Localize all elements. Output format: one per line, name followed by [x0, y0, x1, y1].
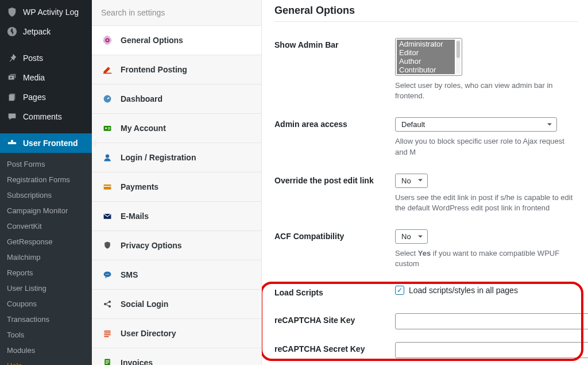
submenu-item[interactable]: Modules [0, 343, 92, 358]
admin-area-select[interactable]: Default [395, 117, 557, 132]
tab-my-account[interactable]: My Account [92, 114, 261, 143]
tab-invoices[interactable]: Invoices [92, 348, 261, 365]
menu-user-frontend[interactable]: User Frontend [0, 133, 92, 153]
field-label: reCAPTCHA Secret Key [274, 342, 385, 354]
comments-icon [7, 112, 17, 122]
submenu-item[interactable]: GetResponse [0, 234, 92, 249]
document-icon [102, 358, 113, 365]
submenu-item[interactable]: Post Forms [0, 156, 92, 172]
tab-frontend-posting[interactable]: Frontend Posting [92, 55, 261, 84]
submenu-item[interactable]: Campaign Monitor [0, 203, 92, 218]
submenu-item[interactable]: Reports [0, 265, 92, 281]
menu-jetpack[interactable]: Jetpack [0, 22, 92, 41]
menu-posts[interactable]: Posts [0, 48, 92, 68]
menu-label: Pages [23, 93, 46, 102]
id-card-icon [102, 123, 113, 133]
svg-rect-7 [103, 73, 111, 74]
menu-label: Comments [23, 112, 62, 121]
menu-wp-activity-log[interactable]: WP Activity Log [0, 2, 92, 22]
userfrontend-icon [7, 138, 17, 148]
menu-comments[interactable]: Comments [0, 107, 92, 126]
menu-label: User Frontend [23, 139, 78, 148]
submenu-item[interactable]: Registration Forms [0, 172, 92, 187]
svg-rect-11 [108, 127, 110, 128]
svg-point-13 [106, 154, 109, 157]
role-option[interactable]: Contributor [397, 66, 455, 74]
jetpack-icon [7, 26, 17, 37]
page-title: General Options [274, 5, 578, 17]
tab-dashboard[interactable]: Dashboard [92, 84, 261, 114]
svg-point-21 [104, 303, 106, 305]
tab-emails[interactable]: E-Mails [92, 202, 261, 231]
field-label: Override the post edit link [274, 174, 385, 185]
field-label: reCAPTCHA Site Key [274, 313, 385, 325]
edit-icon [102, 64, 113, 75]
scrollbar[interactable] [456, 40, 461, 74]
role-option[interactable]: Editor [397, 48, 455, 57]
svg-point-18 [106, 274, 107, 275]
register-here-link[interactable]: Register here [395, 363, 440, 366]
svg-rect-24 [104, 331, 110, 332]
submenu-item[interactable]: User Listing [0, 281, 92, 296]
tab-label: Frontend Posting [121, 65, 187, 74]
submenu-help[interactable]: Help [0, 358, 92, 365]
override-select[interactable]: No [395, 174, 428, 188]
gear-icon [102, 35, 113, 45]
pin-icon [7, 53, 17, 63]
svg-rect-26 [104, 335, 110, 336]
svg-point-23 [109, 305, 111, 308]
user-icon [102, 152, 113, 163]
tab-login-registration[interactable]: Login / Registration [92, 143, 261, 172]
field-acf-compatibility: ACF Compatibility No Select Yes if you w… [274, 229, 578, 269]
svg-point-19 [107, 274, 108, 275]
shield-outline-icon [102, 240, 113, 251]
tab-label: SMS [121, 270, 138, 279]
tab-sms[interactable]: SMS [92, 260, 261, 290]
recaptcha-secret-key-input[interactable] [395, 342, 588, 358]
tab-label: Login / Registration [121, 153, 196, 162]
field-description: Select user by roles, who can view admin… [395, 80, 578, 101]
field-show-admin-bar: Show Admin Bar Administrator Editor Auth… [274, 38, 578, 101]
submenu-item[interactable]: Tools [0, 327, 92, 343]
divider [274, 21, 578, 22]
submenu-item[interactable]: ConvertKit [0, 218, 92, 234]
svg-rect-9 [104, 126, 111, 131]
tab-general-options[interactable]: General Options [92, 26, 261, 55]
field-label: Admin area access [274, 117, 385, 129]
tab-user-directory[interactable]: User Directory [92, 319, 261, 348]
field-label: ACF Compatibility [274, 229, 385, 241]
tab-social-login[interactable]: Social Login [92, 290, 261, 319]
submenu-item[interactable]: Mailchimp [0, 249, 92, 265]
tab-label: Dashboard [121, 94, 163, 103]
checkbox-label: Load scripts/styles in all pages [409, 286, 518, 295]
tab-label: Privacy Options [121, 241, 182, 250]
menu-label: Posts [23, 53, 43, 63]
submenu-item[interactable]: Subscriptions [0, 187, 92, 203]
roles-multiselect[interactable]: Administrator Editor Author Contributor [395, 38, 462, 76]
tab-label: General Options [121, 36, 183, 45]
menu-pages[interactable]: Pages [0, 87, 92, 107]
tab-payments[interactable]: Payments [92, 172, 261, 202]
settings-sidebar: Search in settings General Options Front… [92, 0, 262, 365]
field-recaptcha-secret-key: reCAPTCHA Secret Key Register here to ge… [274, 342, 578, 366]
svg-rect-6 [11, 140, 13, 143]
acf-select[interactable]: No [395, 229, 428, 244]
field-description: Allow you to block specific user role to… [395, 136, 578, 157]
submenu-item[interactable]: Transactions [0, 312, 92, 327]
svg-rect-30 [106, 362, 109, 362]
tab-privacy-options[interactable]: Privacy Options [92, 231, 261, 260]
field-recaptcha-site-key: reCAPTCHA Site Key [274, 313, 578, 329]
field-label: Load Scripts [274, 286, 385, 297]
recaptcha-site-key-input[interactable] [395, 313, 588, 329]
role-option[interactable]: Author [397, 57, 455, 66]
svg-point-2 [10, 77, 12, 79]
submenu-item[interactable]: Coupons [0, 296, 92, 312]
load-scripts-checkbox[interactable]: ✓ [395, 286, 404, 295]
chat-icon [102, 270, 113, 280]
menu-media[interactable]: Media [0, 68, 92, 87]
settings-search-input[interactable]: Search in settings [92, 0, 261, 26]
svg-rect-27 [104, 336, 109, 337]
card-icon [102, 182, 113, 192]
role-option[interactable]: Administrator [397, 40, 455, 48]
svg-rect-15 [104, 186, 111, 187]
